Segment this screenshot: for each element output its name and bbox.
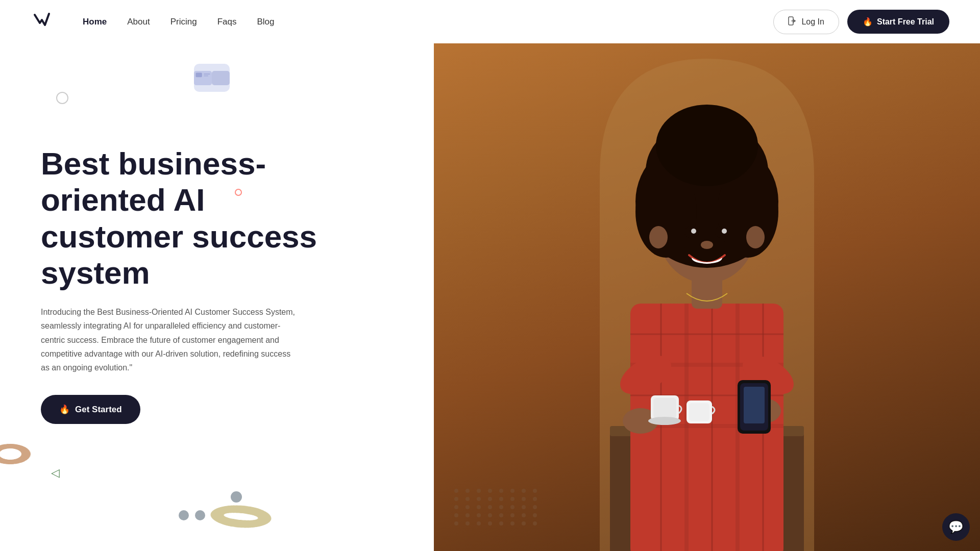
deco-dot-1 bbox=[179, 510, 189, 520]
svg-point-43 bbox=[701, 241, 713, 249]
svg-point-42 bbox=[722, 229, 727, 234]
deco-circle-outline bbox=[56, 92, 68, 104]
trial-button[interactable]: 🔥 Start Free Trial bbox=[847, 10, 949, 34]
deco-bottom bbox=[179, 497, 272, 536]
nav-right: Log In 🔥 Start Free Trial bbox=[773, 10, 949, 34]
logo-icon bbox=[31, 9, 52, 35]
svg-point-38 bbox=[746, 226, 765, 248]
svg-point-37 bbox=[649, 226, 668, 248]
nav-about[interactable]: About bbox=[127, 17, 150, 27]
woman-svg bbox=[590, 59, 824, 551]
left-section: Best business-oriented AI customer succe… bbox=[0, 43, 434, 551]
deco-torus bbox=[207, 503, 274, 530]
fire-icon: 🔥 bbox=[863, 17, 873, 27]
trial-label: Start Free Trial bbox=[877, 17, 934, 27]
svg-point-27 bbox=[648, 417, 681, 425]
svg-point-41 bbox=[691, 229, 696, 234]
chat-bubble-button[interactable]: 💬 bbox=[942, 513, 970, 541]
login-button[interactable]: Log In bbox=[773, 10, 839, 34]
deco-circle-dot bbox=[235, 189, 242, 196]
get-started-label: Get Started bbox=[75, 405, 122, 415]
deco-dots bbox=[179, 510, 205, 520]
svg-rect-5 bbox=[204, 75, 208, 76]
deco-donut-left bbox=[0, 434, 36, 459]
dots-grid bbox=[454, 489, 540, 525]
svg-rect-24 bbox=[744, 387, 765, 423]
get-started-button[interactable]: 🔥 Get Started bbox=[41, 395, 140, 424]
nav-faqs[interactable]: Faqs bbox=[217, 17, 237, 27]
nav-left: Home About Pricing Faqs Blog bbox=[31, 9, 274, 35]
logo[interactable] bbox=[31, 9, 52, 35]
deco-angle-bracket: ◁ bbox=[51, 466, 60, 480]
login-icon bbox=[788, 16, 797, 28]
deco-dot-2 bbox=[195, 510, 205, 520]
fire-icon-cta: 🔥 bbox=[59, 404, 70, 415]
deco-torus-wrapper bbox=[210, 497, 272, 536]
navbar: Home About Pricing Faqs Blog Log In 🔥 St… bbox=[0, 0, 980, 43]
hero-heading: Best business-oriented AI customer succe… bbox=[41, 145, 347, 291]
hero-subtext: Introducing the Best Business-Oriented A… bbox=[41, 305, 296, 374]
main-content: Best business-oriented AI customer succe… bbox=[0, 43, 980, 551]
nav-pricing[interactable]: Pricing bbox=[170, 17, 197, 27]
nav-links: Home About Pricing Faqs Blog bbox=[83, 17, 274, 27]
right-section bbox=[434, 43, 980, 551]
deco-torus-ball bbox=[231, 491, 242, 503]
deco-card-float bbox=[194, 64, 230, 92]
svg-point-36 bbox=[656, 105, 758, 186]
svg-rect-3 bbox=[196, 72, 202, 77]
arch-container bbox=[590, 59, 824, 551]
svg-rect-4 bbox=[204, 73, 210, 74]
svg-rect-26 bbox=[653, 398, 676, 418]
chat-icon: 💬 bbox=[948, 520, 964, 534]
nav-blog[interactable]: Blog bbox=[257, 17, 274, 27]
svg-rect-29 bbox=[689, 403, 709, 421]
nav-home[interactable]: Home bbox=[83, 17, 107, 27]
login-label: Log In bbox=[801, 17, 824, 27]
